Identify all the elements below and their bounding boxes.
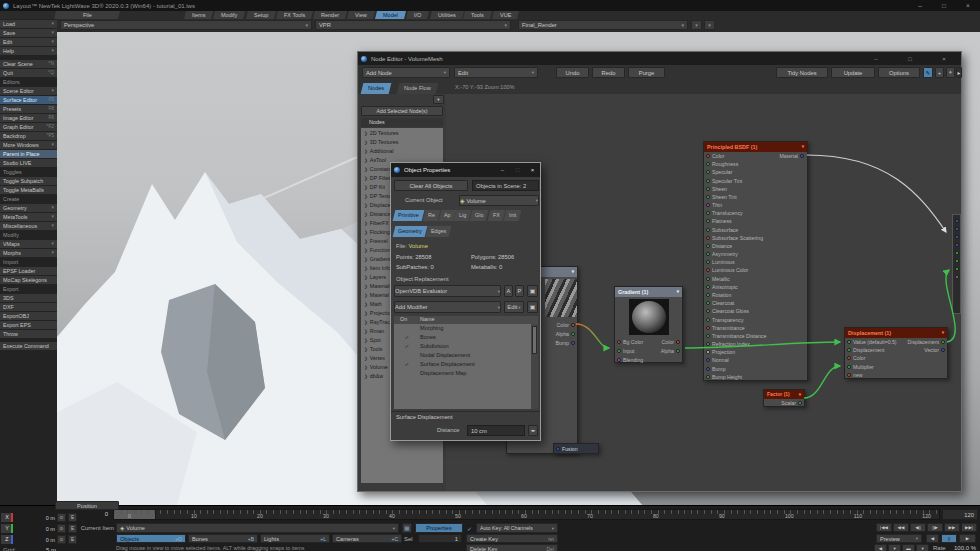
sidebar-item[interactable]: 3DS [0, 294, 57, 302]
sidebar-item[interactable]: Parent in Place [0, 150, 57, 158]
node-principled-bsdf[interactable]: Principled BSDF (1)▾ Color Roughness Spe… [703, 141, 808, 381]
node-input[interactable]: Color [845, 354, 947, 362]
node-input[interactable]: Translucency [704, 209, 807, 217]
sidebar-item[interactable]: Load▾ [0, 20, 57, 28]
menu-tab[interactable]: Setup [246, 11, 276, 19]
sidebar-item[interactable]: Graph Editor^F2 [0, 123, 57, 131]
extra-dropdown-2[interactable]: ▾ [704, 20, 715, 30]
clipboard-icon[interactable]: ▣ [527, 301, 538, 313]
node-factor[interactable]: Factor (1)▾ Scalar [763, 389, 805, 407]
modifier-row[interactable]: ✓ Bones [394, 333, 531, 342]
create-key-button[interactable]: Create Keyret [466, 534, 558, 543]
node-displacement[interactable]: Displacement (1)▾ Value (default=0.5) Di… [844, 327, 948, 379]
sidebar-item[interactable]: DXF [0, 303, 57, 311]
autokey-dropdown[interactable]: Auto Key: All Channels▾ [476, 523, 558, 533]
options-button[interactable]: Options [878, 67, 920, 78]
node-input[interactable]: Roughness [704, 160, 807, 168]
sidebar-item[interactable]: Surface EditorF5 [0, 96, 57, 104]
node-input[interactable]: Luminous Color [704, 266, 807, 274]
ne-maximize-button[interactable]: □ [893, 56, 927, 62]
axis-value[interactable]: 0 m [13, 537, 55, 543]
sidebar-item[interactable]: Throw [0, 330, 57, 338]
menu-tab[interactable]: View [347, 11, 375, 19]
node-input[interactable]: Bump [704, 364, 807, 372]
ne-minimize-button[interactable]: – [859, 56, 893, 62]
modifier-row[interactable]: Morphing [394, 324, 531, 333]
sidebar-item[interactable]: Editors [0, 79, 57, 86]
transport-button[interactable]: ◀|| [910, 523, 926, 532]
modifier-row[interactable]: Nodal Displacement [394, 351, 531, 360]
dialog-close-button[interactable]: × [525, 167, 540, 173]
modifier-edit-dropdown[interactable]: Edit▾ [504, 301, 524, 313]
dialog-maximize-button[interactable]: □ [510, 167, 525, 173]
step-button[interactable]: ▾ [916, 544, 929, 551]
add-modifier-dropdown[interactable]: Add Modifier▾ [394, 301, 501, 313]
timeline-ruler[interactable]: 0102030405060708090100110120 [113, 509, 940, 520]
properties-button[interactable]: Properties [415, 523, 463, 533]
purge-button[interactable]: Purge [628, 67, 665, 78]
node-editor-titlebar[interactable]: Node Editor - VolumeMesh – □ × [358, 52, 961, 65]
pan-icon[interactable]: + [935, 67, 944, 78]
node-input[interactable]: Blending [615, 355, 684, 364]
add-selected-nodes-button[interactable]: Add Selected Node(s) [361, 106, 443, 116]
node-input[interactable]: Anisotropic [704, 283, 807, 291]
start-frame[interactable]: 0 [86, 511, 108, 517]
sidebar-item[interactable]: Edit▾ [0, 38, 57, 46]
item-type-button[interactable]: Objects+O [116, 534, 186, 543]
menu-tab[interactable]: VUE [492, 11, 519, 19]
ne-close-button[interactable]: × [927, 56, 961, 62]
node-output[interactable]: Displacement [899, 338, 947, 346]
eye-icon[interactable]: ⊙ [57, 524, 66, 533]
node-input[interactable]: Flatness [704, 217, 807, 225]
tab-nodes[interactable]: Nodes [361, 83, 392, 94]
node-output[interactable]: Material [780, 153, 806, 159]
envelope-button[interactable]: E [68, 535, 77, 544]
modifier-row[interactable]: Displacement Map [394, 369, 531, 378]
clear-all-objects-button[interactable]: Clear All Objects [394, 180, 468, 191]
node-input[interactable]: Multiplier [845, 363, 947, 371]
position-button[interactable]: Position [55, 501, 119, 510]
sidebar-item[interactable]: Morphs▾ [0, 249, 57, 257]
current-object-dropdown[interactable]: ◈ Volume ▾ [459, 195, 539, 206]
step-button[interactable]: ▬ [902, 544, 915, 551]
object-replacement-dropdown[interactable]: OpenVDB Evaluator▾ [394, 285, 501, 297]
a-button[interactable]: A [504, 285, 513, 297]
dialog-tab[interactable]: FX [487, 210, 505, 221]
transport-button[interactable]: ▶▶ [944, 523, 960, 532]
item-type-button[interactable]: Lights+L [260, 534, 330, 543]
node-gradient[interactable]: Gradient (1)▾ Bg Color Input Blending Co… [614, 286, 683, 363]
axis-button[interactable]: X [1, 513, 13, 522]
envelope-button[interactable]: ◂▸ [528, 425, 538, 436]
menu-tab[interactable]: Modify [213, 11, 245, 19]
modifier-row[interactable]: ✓ Surface Displacement [394, 360, 531, 369]
sidebar-item[interactable]: PresetsF8 [0, 105, 57, 113]
sidebar-item[interactable]: ExportOBJ [0, 312, 57, 320]
sidebar-item[interactable]: Save▾ [0, 29, 57, 37]
autokey-checkbox[interactable]: ✓ [467, 525, 472, 532]
node-output[interactable]: Alpha [648, 346, 682, 355]
node-input[interactable]: Subsurface [704, 226, 807, 234]
sidebar-item[interactable] [0, 56, 57, 59]
sidebar-item[interactable]: More Windows▾ [0, 141, 57, 149]
node-input[interactable]: Subsurface Scattering [704, 234, 807, 242]
p-button[interactable]: P [515, 285, 524, 297]
distance-input[interactable]: 10 cm [467, 425, 525, 436]
axis-button[interactable]: Z [1, 535, 13, 544]
node-input[interactable]: Asymmetry [704, 250, 807, 258]
node-input[interactable]: Specular [704, 168, 807, 176]
dialog-tab[interactable]: Init [503, 210, 521, 221]
node-input[interactable]: Clearcoat [704, 299, 807, 307]
sidebar-item[interactable]: Toggles [0, 169, 57, 176]
dialog-subtab[interactable]: Edges [425, 226, 451, 237]
sidebar-item[interactable]: Import [0, 259, 57, 266]
step-button[interactable]: ◀ [874, 544, 887, 551]
node-input[interactable]: Refraction Index [704, 340, 807, 348]
play-backward-button[interactable]: ◀ [926, 534, 939, 543]
node-input[interactable]: Distance [704, 242, 807, 250]
dialog-titlebar[interactable]: Object Properties – □ × [391, 163, 540, 177]
view-type-dropdown[interactable]: Perspective▾ [60, 20, 312, 30]
node-input[interactable]: Rotation [704, 291, 807, 299]
sidebar-item[interactable]: Quit^Q [0, 69, 57, 77]
clipboard-icon[interactable]: ▣ [527, 285, 538, 297]
node-output[interactable]: Color [648, 337, 682, 346]
